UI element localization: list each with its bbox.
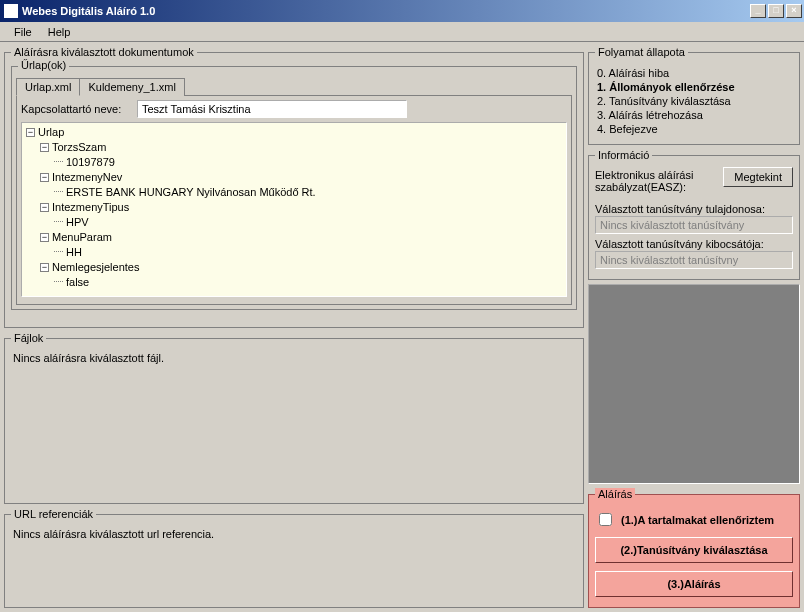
contact-row: Kapcsolattartó neve: — [21, 100, 567, 118]
select-cert-button[interactable]: (2.)Tanúsítvány kiválasztása — [595, 537, 793, 563]
left-column: Aláírásra kiválasztott dokumentumok Űrla… — [4, 46, 584, 608]
close-button[interactable]: × — [786, 4, 802, 18]
tree-leaf[interactable]: false — [26, 275, 562, 290]
info-group: Információ Elektronikus aláírási szabály… — [588, 149, 800, 280]
tree-node[interactable]: −Nemlegesjelentes — [26, 260, 562, 275]
tree-node[interactable]: −TorzsSzam — [26, 140, 562, 155]
contact-label: Kapcsolattartó neve: — [21, 103, 131, 115]
process-step-0: 0. Aláírási hiba — [597, 66, 791, 80]
content-area: Aláírásra kiválasztott dokumentumok Űrla… — [0, 42, 804, 612]
tab-body: Kapcsolattartó neve: −Urlap −TorzsSzam 1… — [16, 95, 572, 305]
cert-issuer-value: Nincs kiválasztott tanúsítvny — [595, 251, 793, 269]
contents-checked-checkbox[interactable] — [599, 513, 612, 526]
files-legend: Fájlok — [11, 332, 46, 344]
tab-urlap[interactable]: Urlap.xml — [16, 78, 80, 96]
documents-legend: Aláírásra kiválasztott dokumentumok — [11, 46, 197, 58]
cert-owner-label: Választott tanúsítvány tulajdonosa: — [595, 203, 793, 215]
tree-leaf[interactable]: HPV — [26, 215, 562, 230]
sign-legend: Aláírás — [595, 488, 635, 500]
cert-issuer-label: Választott tanúsítvány kibocsátója: — [595, 238, 793, 250]
right-spacer — [588, 284, 800, 484]
window-controls: _ □ × — [750, 4, 802, 18]
collapse-icon[interactable]: − — [40, 203, 49, 212]
url-group: URL referenciák Nincs aláírásra kiválasz… — [4, 508, 584, 608]
form-tabs: Urlap.xml Kuldemeny_1.xml — [16, 77, 572, 95]
collapse-icon[interactable]: − — [26, 128, 35, 137]
app-icon — [4, 4, 18, 18]
process-step-1: 1. Állományok ellenőrzése — [597, 80, 791, 94]
window-titlebar: Webes Digitális Aláíró 1.0 _ □ × — [0, 0, 804, 22]
process-legend: Folyamat állapota — [595, 46, 688, 58]
tree-node[interactable]: −IntezmenyNev — [26, 170, 562, 185]
easz-row: Elektronikus aláírási szabályzat(EASZ): … — [595, 167, 793, 199]
contact-input[interactable] — [137, 100, 407, 118]
tree-leaf[interactable]: HH — [26, 245, 562, 260]
window-title: Webes Digitális Aláíró 1.0 — [22, 5, 750, 17]
collapse-icon[interactable]: − — [40, 173, 49, 182]
process-group: Folyamat állapota 0. Aláírási hiba 1. Ál… — [588, 46, 800, 145]
right-column: Folyamat állapota 0. Aláírási hiba 1. Ál… — [588, 46, 800, 608]
menubar: File Help — [0, 22, 804, 42]
sign-check-row: (1.)A tartalmakat ellenőriztem — [595, 510, 793, 529]
view-easz-button[interactable]: Megtekint — [723, 167, 793, 187]
contents-checked-label: (1.)A tartalmakat ellenőriztem — [621, 514, 774, 526]
files-group: Fájlok Nincs aláírásra kiválasztott fájl… — [4, 332, 584, 504]
tree-leaf[interactable]: 10197879 — [26, 155, 562, 170]
tree-root[interactable]: −Urlap — [26, 125, 562, 140]
process-step-3: 3. Aláírás létrehozása — [597, 108, 791, 122]
files-empty-text: Nincs aláírásra kiválasztott fájl. — [11, 350, 577, 366]
menu-help[interactable]: Help — [40, 24, 79, 40]
process-step-4: 4. Befejezve — [597, 122, 791, 136]
tree-node[interactable]: −IntezmenyTipus — [26, 200, 562, 215]
xml-tree[interactable]: −Urlap −TorzsSzam 10197879 −IntezmenyNev — [21, 122, 567, 297]
cert-owner-value: Nincs kiválasztott tanúsítvány — [595, 216, 793, 234]
sign-group: Aláírás (1.)A tartalmakat ellenőriztem (… — [588, 488, 800, 608]
collapse-icon[interactable]: − — [40, 263, 49, 272]
tree-node[interactable]: −MenuParam — [26, 230, 562, 245]
process-step-2: 2. Tanúsítvány kiválasztása — [597, 94, 791, 108]
documents-group: Aláírásra kiválasztott dokumentumok Űrla… — [4, 46, 584, 328]
process-steps: 0. Aláírási hiba 1. Állományok ellenőrzé… — [595, 64, 793, 138]
maximize-button[interactable]: □ — [768, 4, 784, 18]
sign-button[interactable]: (3.)Aláírás — [595, 571, 793, 597]
minimize-button[interactable]: _ — [750, 4, 766, 18]
forms-legend: Űrlap(ok) — [18, 59, 69, 71]
info-legend: Információ — [595, 149, 652, 161]
tab-kuldemeny[interactable]: Kuldemeny_1.xml — [79, 78, 184, 96]
collapse-icon[interactable]: − — [40, 143, 49, 152]
menu-file[interactable]: File — [6, 24, 40, 40]
url-legend: URL referenciák — [11, 508, 96, 520]
collapse-icon[interactable]: − — [40, 233, 49, 242]
easz-text: Elektronikus aláírási szabályzat(EASZ): — [595, 169, 705, 193]
forms-group: Űrlap(ok) Urlap.xml Kuldemeny_1.xml Kapc… — [11, 66, 577, 310]
tree-leaf[interactable]: ERSTE BANK HUNGARY Nyilvánosan Működő Rt… — [26, 185, 562, 200]
url-empty-text: Nincs aláírásra kiválasztott url referen… — [11, 526, 577, 542]
